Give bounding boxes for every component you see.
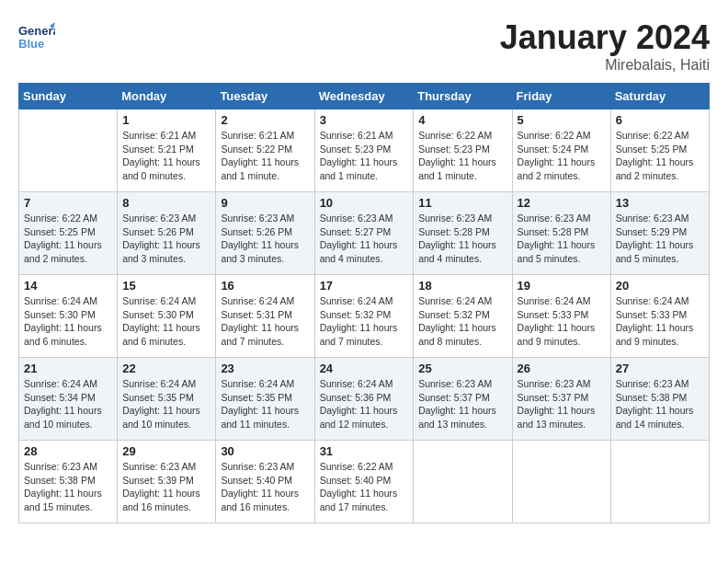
calendar-week-3: 14Sunrise: 6:24 AMSunset: 5:30 PMDayligh… xyxy=(19,275,710,358)
cell-content: Sunrise: 6:23 AMSunset: 5:37 PMDaylight:… xyxy=(518,377,606,431)
cell-content: Sunrise: 6:21 AMSunset: 5:23 PMDaylight:… xyxy=(320,129,409,183)
col-thursday: Thursday xyxy=(414,84,512,109)
calendar-week-5: 28Sunrise: 6:23 AMSunset: 5:38 PMDayligh… xyxy=(19,441,710,523)
day-number: 21 xyxy=(24,362,112,375)
month-title: January 2024 xyxy=(500,18,710,57)
day-number: 6 xyxy=(616,113,704,127)
calendar-cell: 25Sunrise: 6:23 AMSunset: 5:37 PMDayligh… xyxy=(414,358,512,441)
page-header: General Blue January 2024 Mirebalais, Ha… xyxy=(18,18,710,74)
calendar-cell: 27Sunrise: 6:23 AMSunset: 5:38 PMDayligh… xyxy=(610,358,709,441)
calendar-cell: 3Sunrise: 6:21 AMSunset: 5:23 PMDaylight… xyxy=(314,109,414,192)
calendar-cell: 12Sunrise: 6:23 AMSunset: 5:28 PMDayligh… xyxy=(512,192,610,275)
header-row: Sunday Monday Tuesday Wednesday Thursday… xyxy=(19,84,710,109)
calendar-cell xyxy=(512,441,610,523)
cell-content: Sunrise: 6:23 AMSunset: 5:28 PMDaylight:… xyxy=(418,212,506,266)
calendar-cell: 4Sunrise: 6:22 AMSunset: 5:23 PMDaylight… xyxy=(414,109,512,192)
calendar-cell: 28Sunrise: 6:23 AMSunset: 5:38 PMDayligh… xyxy=(19,441,118,523)
cell-content: Sunrise: 6:24 AMSunset: 5:30 PMDaylight:… xyxy=(122,294,210,349)
day-number: 20 xyxy=(616,279,704,293)
cell-content: Sunrise: 6:24 AMSunset: 5:33 PMDaylight:… xyxy=(616,294,704,349)
day-number: 19 xyxy=(518,279,606,293)
day-number: 17 xyxy=(320,279,409,293)
logo: General Blue xyxy=(18,18,55,55)
cell-content: Sunrise: 6:23 AMSunset: 5:38 PMDaylight:… xyxy=(616,377,704,431)
calendar-cell: 18Sunrise: 6:24 AMSunset: 5:32 PMDayligh… xyxy=(414,275,512,358)
calendar-cell: 22Sunrise: 6:24 AMSunset: 5:35 PMDayligh… xyxy=(118,358,216,441)
calendar-cell: 15Sunrise: 6:24 AMSunset: 5:30 PMDayligh… xyxy=(118,275,216,358)
day-number: 22 xyxy=(122,362,210,375)
day-number: 4 xyxy=(418,113,506,127)
calendar-cell xyxy=(414,441,512,523)
day-number: 27 xyxy=(616,362,704,375)
cell-content: Sunrise: 6:24 AMSunset: 5:32 PMDaylight:… xyxy=(320,294,409,349)
cell-content: Sunrise: 6:22 AMSunset: 5:23 PMDaylight:… xyxy=(418,129,506,183)
cell-content: Sunrise: 6:24 AMSunset: 5:35 PMDaylight:… xyxy=(221,377,309,431)
calendar-cell: 20Sunrise: 6:24 AMSunset: 5:33 PMDayligh… xyxy=(610,275,709,358)
calendar-week-2: 7Sunrise: 6:22 AMSunset: 5:25 PMDaylight… xyxy=(19,192,710,275)
cell-content: Sunrise: 6:24 AMSunset: 5:36 PMDaylight:… xyxy=(320,377,409,431)
calendar-cell: 29Sunrise: 6:23 AMSunset: 5:39 PMDayligh… xyxy=(118,441,216,523)
day-number: 11 xyxy=(418,196,506,210)
calendar-header: Sunday Monday Tuesday Wednesday Thursday… xyxy=(19,84,710,109)
day-number: 12 xyxy=(518,196,606,210)
calendar-cell: 26Sunrise: 6:23 AMSunset: 5:37 PMDayligh… xyxy=(512,358,610,441)
day-number: 16 xyxy=(221,279,309,293)
calendar-cell: 7Sunrise: 6:22 AMSunset: 5:25 PMDaylight… xyxy=(19,192,118,275)
day-number: 8 xyxy=(122,196,210,210)
day-number: 15 xyxy=(122,279,210,293)
cell-content: Sunrise: 6:24 AMSunset: 5:35 PMDaylight:… xyxy=(122,377,210,431)
calendar-cell xyxy=(610,441,709,523)
location-title: Mirebalais, Haiti xyxy=(500,57,710,74)
day-number: 29 xyxy=(122,444,210,458)
day-number: 30 xyxy=(221,444,309,458)
calendar-cell: 10Sunrise: 6:23 AMSunset: 5:27 PMDayligh… xyxy=(314,192,414,275)
svg-text:General: General xyxy=(18,24,55,38)
day-number: 31 xyxy=(320,444,409,458)
calendar-cell xyxy=(19,109,118,192)
calendar-cell: 13Sunrise: 6:23 AMSunset: 5:29 PMDayligh… xyxy=(610,192,709,275)
cell-content: Sunrise: 6:21 AMSunset: 5:22 PMDaylight:… xyxy=(221,129,309,183)
calendar-cell: 23Sunrise: 6:24 AMSunset: 5:35 PMDayligh… xyxy=(216,358,314,441)
cell-content: Sunrise: 6:23 AMSunset: 5:29 PMDaylight:… xyxy=(616,212,704,266)
col-saturday: Saturday xyxy=(610,84,709,109)
calendar-cell: 17Sunrise: 6:24 AMSunset: 5:32 PMDayligh… xyxy=(314,275,414,358)
calendar-cell: 1Sunrise: 6:21 AMSunset: 5:21 PMDaylight… xyxy=(118,109,216,192)
cell-content: Sunrise: 6:24 AMSunset: 5:34 PMDaylight:… xyxy=(24,377,112,431)
cell-content: Sunrise: 6:23 AMSunset: 5:26 PMDaylight:… xyxy=(122,212,210,266)
day-number: 13 xyxy=(616,196,704,210)
title-block: January 2024 Mirebalais, Haiti xyxy=(500,18,710,74)
cell-content: Sunrise: 6:22 AMSunset: 5:25 PMDaylight:… xyxy=(24,212,112,266)
cell-content: Sunrise: 6:23 AMSunset: 5:38 PMDaylight:… xyxy=(24,460,112,514)
cell-content: Sunrise: 6:23 AMSunset: 5:26 PMDaylight:… xyxy=(221,212,309,266)
cell-content: Sunrise: 6:23 AMSunset: 5:39 PMDaylight:… xyxy=(122,460,210,514)
calendar-body: 1Sunrise: 6:21 AMSunset: 5:21 PMDaylight… xyxy=(19,109,710,523)
calendar-cell: 16Sunrise: 6:24 AMSunset: 5:31 PMDayligh… xyxy=(216,275,314,358)
day-number: 10 xyxy=(320,196,409,210)
calendar-cell: 30Sunrise: 6:23 AMSunset: 5:40 PMDayligh… xyxy=(216,441,314,523)
cell-content: Sunrise: 6:21 AMSunset: 5:21 PMDaylight:… xyxy=(122,129,210,183)
cell-content: Sunrise: 6:22 AMSunset: 5:24 PMDaylight:… xyxy=(518,129,606,183)
calendar-cell: 31Sunrise: 6:22 AMSunset: 5:40 PMDayligh… xyxy=(314,441,414,523)
calendar-cell: 6Sunrise: 6:22 AMSunset: 5:25 PMDaylight… xyxy=(610,109,709,192)
day-number: 9 xyxy=(221,196,309,210)
col-tuesday: Tuesday xyxy=(216,84,314,109)
cell-content: Sunrise: 6:24 AMSunset: 5:32 PMDaylight:… xyxy=(418,294,506,349)
cell-content: Sunrise: 6:24 AMSunset: 5:33 PMDaylight:… xyxy=(518,294,606,349)
day-number: 3 xyxy=(320,113,409,127)
col-wednesday: Wednesday xyxy=(314,84,414,109)
day-number: 18 xyxy=(418,279,506,293)
calendar-cell: 24Sunrise: 6:24 AMSunset: 5:36 PMDayligh… xyxy=(314,358,414,441)
calendar-week-1: 1Sunrise: 6:21 AMSunset: 5:21 PMDaylight… xyxy=(19,109,710,192)
cell-content: Sunrise: 6:22 AMSunset: 5:40 PMDaylight:… xyxy=(320,460,409,514)
day-number: 26 xyxy=(518,362,606,375)
day-number: 5 xyxy=(518,113,606,127)
calendar-cell: 14Sunrise: 6:24 AMSunset: 5:30 PMDayligh… xyxy=(19,275,118,358)
day-number: 7 xyxy=(24,196,112,210)
calendar-table: Sunday Monday Tuesday Wednesday Thursday… xyxy=(18,83,710,523)
day-number: 24 xyxy=(320,362,409,375)
col-monday: Monday xyxy=(118,84,216,109)
cell-content: Sunrise: 6:24 AMSunset: 5:31 PMDaylight:… xyxy=(221,294,309,349)
day-number: 2 xyxy=(221,113,309,127)
calendar-cell: 5Sunrise: 6:22 AMSunset: 5:24 PMDaylight… xyxy=(512,109,610,192)
cell-content: Sunrise: 6:22 AMSunset: 5:25 PMDaylight:… xyxy=(616,129,704,183)
